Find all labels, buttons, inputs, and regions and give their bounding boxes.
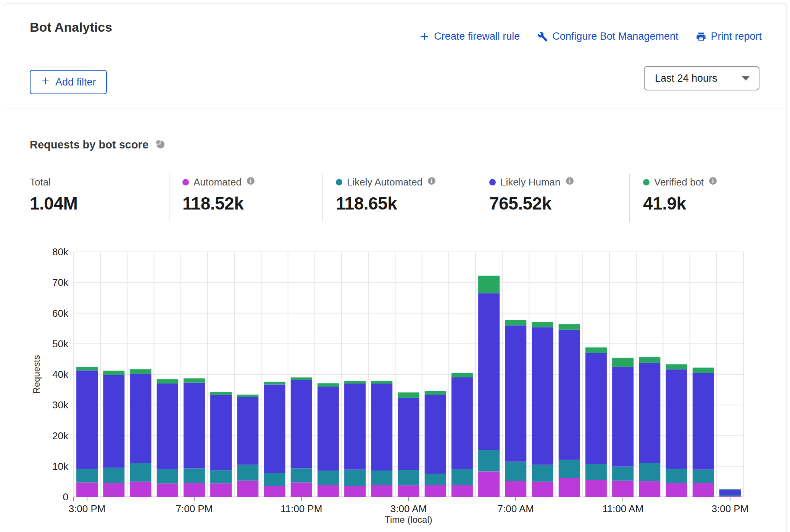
bar-segment[interactable] — [666, 469, 687, 483]
bar-segment[interactable] — [425, 485, 446, 497]
bar-segment[interactable] — [157, 384, 178, 469]
bar-segment[interactable] — [612, 358, 634, 367]
bar-segment[interactable] — [184, 483, 205, 497]
requests-chart[interactable]: 010k20k30k40k50k60k70k80k3:00 PM7:00 PM1… — [0, 240, 790, 532]
bar-segment[interactable] — [505, 326, 526, 462]
bar-segment[interactable] — [451, 373, 473, 377]
bar-segment[interactable] — [425, 391, 446, 395]
bar-segment[interactable] — [264, 382, 285, 384]
bar-segment[interactable] — [693, 373, 714, 470]
bar-segment[interactable] — [532, 482, 553, 497]
print-report-link[interactable]: Print report — [696, 31, 762, 42]
bar-segment[interactable] — [291, 377, 312, 380]
bar-segment[interactable] — [532, 322, 553, 327]
bar-segment[interactable] — [505, 481, 526, 497]
bar-segment[interactable] — [318, 383, 339, 387]
bar-segment[interactable] — [103, 371, 124, 375]
bar-segment[interactable] — [157, 379, 178, 384]
bar-segment[interactable] — [585, 480, 607, 497]
bar-segment[interactable] — [719, 496, 741, 497]
bar-segment[interactable] — [505, 320, 526, 326]
bar-segment[interactable] — [291, 380, 312, 468]
bar-segment[interactable] — [130, 482, 152, 497]
bar-segment[interactable] — [478, 471, 500, 497]
bar-segment[interactable] — [371, 381, 392, 384]
bar-segment[interactable] — [291, 468, 312, 482]
bar-segment[interactable] — [532, 465, 553, 482]
bar-segment[interactable] — [344, 384, 366, 470]
add-filter-button[interactable]: Add filter — [30, 70, 107, 94]
bar-segment[interactable] — [505, 462, 526, 481]
bar-segment[interactable] — [130, 374, 152, 463]
bar-segment[interactable] — [425, 395, 446, 474]
bar-segment[interactable] — [210, 484, 232, 497]
bar-segment[interactable] — [264, 486, 285, 497]
bar-segment[interactable] — [130, 463, 152, 482]
bar-segment[interactable] — [344, 470, 366, 486]
bar-segment[interactable] — [478, 450, 500, 471]
info-icon[interactable] — [565, 176, 574, 188]
bar-segment[interactable] — [639, 481, 660, 497]
bar-segment[interactable] — [719, 490, 741, 495]
bar-segment[interactable] — [210, 392, 232, 395]
bar-segment[interactable] — [451, 469, 473, 485]
bar-segment[interactable] — [76, 469, 98, 482]
time-range-dropdown[interactable]: Last 24 hours — [644, 66, 759, 90]
bar-segment[interactable] — [103, 375, 124, 468]
bar-segment[interactable] — [344, 381, 366, 384]
bar-segment[interactable] — [666, 369, 687, 469]
bar-segment[interactable] — [318, 387, 339, 471]
bar-segment[interactable] — [237, 397, 258, 464]
bar-segment[interactable] — [264, 473, 285, 486]
bar-segment[interactable] — [693, 483, 714, 497]
bar-segment[interactable] — [451, 377, 473, 469]
bar-segment[interactable] — [559, 324, 580, 329]
bar-segment[interactable] — [237, 465, 258, 481]
bar-segment[interactable] — [318, 471, 339, 485]
bar-segment[interactable] — [76, 371, 98, 469]
bar-segment[interactable] — [103, 483, 124, 497]
bar-segment[interactable] — [585, 464, 607, 480]
bar-segment[interactable] — [237, 395, 258, 397]
bar-segment[interactable] — [451, 485, 473, 497]
bar-segment[interactable] — [719, 495, 741, 496]
info-icon[interactable] — [708, 176, 717, 188]
configure-bot-management-link[interactable]: Configure Bot Management — [537, 31, 678, 42]
bar-segment[interactable] — [559, 478, 580, 497]
bar-segment[interactable] — [76, 367, 98, 371]
bar-segment[interactable] — [693, 368, 714, 373]
bar-segment[interactable] — [478, 276, 500, 293]
bar-segment[interactable] — [666, 364, 687, 370]
bar-segment[interactable] — [184, 468, 205, 483]
bar-segment[interactable] — [157, 469, 178, 484]
bar-segment[interactable] — [585, 353, 607, 464]
bar-segment[interactable] — [478, 293, 500, 450]
bar-segment[interactable] — [398, 485, 419, 497]
bar-segment[interactable] — [666, 483, 687, 497]
bar-segment[interactable] — [612, 467, 634, 481]
bar-segment[interactable] — [639, 363, 660, 463]
bar-segment[interactable] — [184, 378, 205, 382]
bar-segment[interactable] — [237, 480, 258, 497]
bar-segment[interactable] — [318, 485, 339, 497]
bar-segment[interactable] — [210, 470, 232, 484]
bar-segment[interactable] — [639, 463, 660, 481]
bar-segment[interactable] — [398, 398, 419, 470]
bar-segment[interactable] — [76, 482, 98, 497]
bar-segment[interactable] — [585, 347, 607, 353]
bar-segment[interactable] — [639, 357, 660, 363]
bar-segment[interactable] — [103, 468, 124, 483]
bar-segment[interactable] — [612, 367, 634, 467]
bar-segment[interactable] — [184, 383, 205, 469]
bar-segment[interactable] — [344, 486, 366, 497]
bar-segment[interactable] — [559, 460, 580, 478]
bar-segment[interactable] — [719, 489, 741, 490]
bar-segment[interactable] — [612, 480, 634, 497]
bar-segment[interactable] — [559, 330, 580, 460]
bar-segment[interactable] — [291, 482, 312, 497]
bar-segment[interactable] — [398, 392, 419, 398]
bar-segment[interactable] — [157, 484, 178, 497]
bar-segment[interactable] — [532, 327, 553, 464]
bar-segment[interactable] — [210, 395, 232, 470]
info-icon[interactable] — [427, 176, 436, 188]
